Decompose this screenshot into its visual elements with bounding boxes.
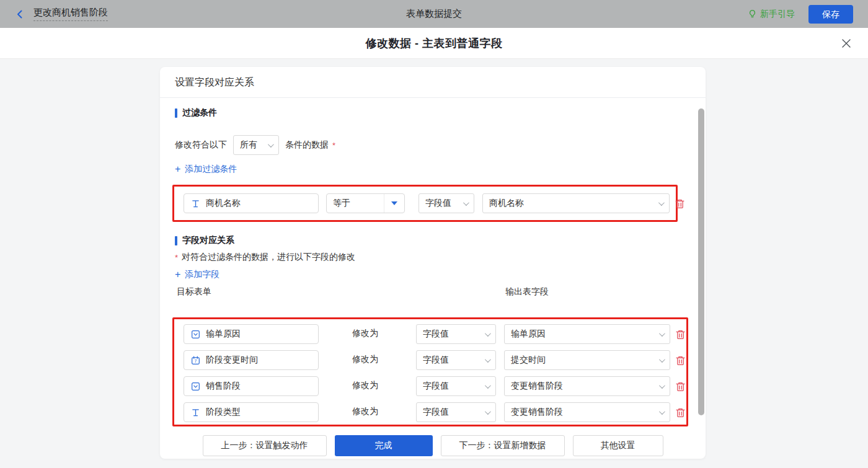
- delete-row-button[interactable]: [674, 380, 686, 392]
- value-select[interactable]: 商机名称: [482, 193, 670, 213]
- trash-icon: [675, 198, 685, 209]
- next-step-button[interactable]: 下一步：设置新增数据: [441, 435, 565, 456]
- mapping-section-title: 字段对应关系: [175, 234, 691, 247]
- mapping-row: 阶段类型 修改为 字段值 变更销售阶段: [174, 402, 686, 422]
- value-type-select[interactable]: 字段值: [416, 376, 496, 396]
- delete-condition-button[interactable]: [673, 197, 686, 210]
- trash-icon: [675, 381, 686, 392]
- modal-header: 修改数据 - 主表到普通字段: [0, 28, 868, 59]
- delete-row-button[interactable]: [674, 354, 686, 366]
- operator-select[interactable]: 等于: [326, 193, 405, 213]
- delete-row-button[interactable]: [674, 328, 686, 340]
- operator-caret: [384, 194, 404, 213]
- triangle-down-icon: [391, 201, 397, 205]
- delete-row-button[interactable]: [674, 406, 686, 418]
- done-button[interactable]: 完成: [335, 435, 433, 456]
- trash-icon: [675, 407, 686, 418]
- chevron-down-icon: [485, 356, 491, 363]
- target-field-input[interactable]: 销售阶段: [184, 376, 319, 396]
- page-title: 表单数据提交: [219, 8, 649, 20]
- card-header-title: 设置字段对应关系: [160, 67, 706, 98]
- modal-title: 修改数据 - 主表到普通字段: [366, 36, 503, 51]
- target-field-input[interactable]: 输单原因: [184, 324, 319, 344]
- topbar: 更改商机销售阶段 表单数据提交 新手引导 保存: [0, 0, 868, 28]
- chevron-down-icon: [659, 382, 665, 389]
- trash-icon: [675, 329, 686, 340]
- chevron-down-icon: [659, 330, 665, 337]
- close-icon: [841, 38, 851, 48]
- modify-label: 修改为: [352, 354, 378, 365]
- target-field-input[interactable]: 阶段类型: [184, 402, 319, 422]
- modify-label: 修改为: [352, 406, 378, 417]
- section-accent-bar: [175, 108, 177, 118]
- other-settings-button[interactable]: 其他设置: [573, 435, 663, 456]
- filter-field-input[interactable]: 商机名称: [184, 193, 319, 213]
- output-field-select[interactable]: 提交时间: [504, 350, 670, 370]
- chevron-down-icon: [659, 408, 665, 415]
- match-condition-row: 修改符合以下 所有 条件的数据 *: [175, 135, 691, 155]
- output-field-select[interactable]: 输单原因: [504, 324, 670, 344]
- section-accent-bar: [175, 236, 177, 245]
- select-field-icon: [190, 381, 200, 391]
- modify-label: 修改为: [352, 328, 378, 339]
- value-type-select[interactable]: 字段值: [416, 324, 496, 344]
- lightbulb-icon: [747, 9, 757, 19]
- chevron-down-icon: [485, 408, 491, 415]
- add-field-link[interactable]: + 添加字段: [175, 269, 219, 280]
- mapping-row: 输单原因 修改为 字段值 输单原因: [174, 324, 686, 344]
- guide-button[interactable]: 新手引导: [747, 9, 795, 20]
- content-background: 设置字段对应关系 过滤条件 修改符合以下 所有 条件的数据 * + 添: [0, 59, 868, 468]
- required-asterisk: *: [175, 252, 178, 262]
- chevron-down-icon: [463, 200, 469, 206]
- settings-card: 设置字段对应关系 过滤条件 修改符合以下 所有 条件的数据 * + 添: [160, 67, 706, 459]
- svg-text:7: 7: [194, 359, 197, 363]
- output-field-select[interactable]: 变更销售阶段: [504, 402, 670, 422]
- text-field-icon: [190, 198, 200, 208]
- mapping-annotation-box: 输单原因 修改为 字段值 输单原因: [172, 317, 688, 426]
- filter-section-title: 过滤条件: [175, 107, 691, 119]
- match-suffix-label: 条件的数据: [285, 139, 329, 151]
- column-header-target: 目标表单: [177, 286, 211, 298]
- chevron-down-icon: [485, 382, 491, 389]
- plus-icon: +: [175, 165, 180, 174]
- value-type-select[interactable]: 字段值: [416, 402, 496, 422]
- trash-icon: [675, 355, 686, 366]
- chevron-down-icon: [658, 200, 665, 206]
- plus-icon: +: [175, 270, 180, 279]
- date-field-icon: 7: [190, 355, 200, 365]
- chevron-down-icon: [659, 356, 665, 363]
- text-field-icon: [190, 407, 200, 417]
- filter-annotation-box: 商机名称 等于 字段值 商机名称: [172, 185, 678, 222]
- back-chevron-icon: [15, 9, 25, 19]
- required-asterisk: *: [332, 141, 335, 150]
- card-footer: 上一步：设置触发动作 完成 下一步：设置新增数据 其他设置: [175, 435, 691, 456]
- add-filter-link[interactable]: + 添加过滤条件: [175, 164, 237, 175]
- mapping-column-headers: 目标表单 输出表字段: [175, 286, 691, 299]
- value-type-select[interactable]: 字段值: [416, 350, 496, 370]
- back-button[interactable]: [15, 9, 25, 19]
- mapping-row: 7 阶段变更时间 修改为 字段值 提交时间: [174, 350, 686, 370]
- mapping-row: 销售阶段 修改为 字段值 变更销售阶段: [174, 376, 686, 396]
- guide-label: 新手引导: [760, 9, 795, 20]
- output-field-select[interactable]: 变更销售阶段: [504, 376, 670, 396]
- modify-label: 修改为: [352, 380, 378, 391]
- mapping-description: * 对符合过滤条件的数据，进行以下字段的修改: [175, 252, 691, 264]
- save-button[interactable]: 保存: [808, 5, 853, 24]
- chevron-down-icon: [485, 330, 491, 337]
- target-field-input[interactable]: 7 阶段变更时间: [184, 350, 319, 370]
- select-field-icon: [190, 329, 200, 339]
- card-body: 过滤条件 修改符合以下 所有 条件的数据 * + 添加过滤条件: [160, 98, 706, 456]
- close-button[interactable]: [841, 38, 852, 49]
- prev-step-button[interactable]: 上一步：设置触发动作: [203, 435, 327, 456]
- back-label[interactable]: 更改商机销售阶段: [33, 7, 108, 21]
- match-scope-select[interactable]: 所有: [233, 135, 279, 155]
- value-type-select[interactable]: 字段值: [418, 193, 474, 213]
- chevron-down-icon: [268, 141, 274, 148]
- column-header-output: 输出表字段: [505, 286, 549, 298]
- match-prefix-label: 修改符合以下: [175, 139, 227, 151]
- scrollbar-thumb[interactable]: [698, 108, 704, 415]
